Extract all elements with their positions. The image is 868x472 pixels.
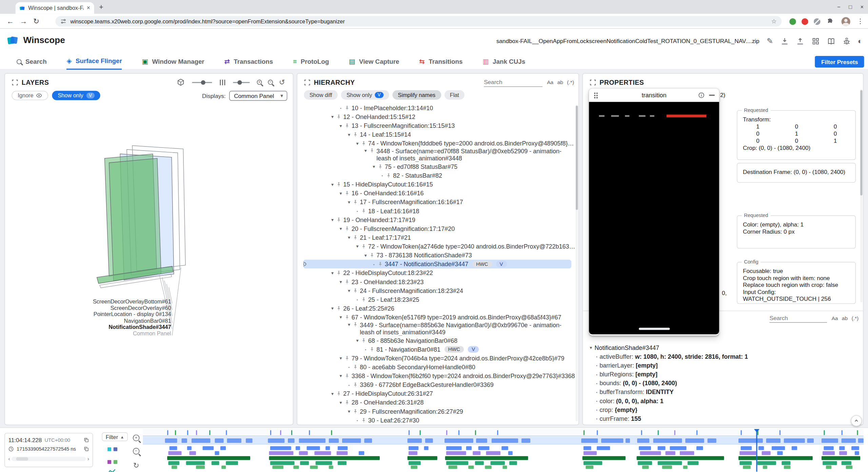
trace-segment[interactable] [858,438,864,443]
trace-segment[interactable] [342,438,361,443]
spacing-icon[interactable] [219,78,226,86]
trace-segment[interactable] [221,466,226,469]
pin-icon[interactable] [336,217,341,222]
tab-surface-flinger[interactable]: ◈Surface Flinger [67,53,122,70]
property-row[interactable]: •currFrame: 155 [594,414,859,423]
trace-segment[interactable] [409,446,418,450]
trace-segment[interactable] [300,461,309,465]
trace-segment[interactable] [680,451,694,455]
pin-icon[interactable] [361,208,366,214]
trace-segment[interactable] [823,461,837,465]
trace-segment[interactable] [739,451,756,455]
scroll-left-icon[interactable]: ‹ [8,456,10,461]
tree-node[interactable]: •80 - ace6abb SecondaryHomeHandle0#80 [298,362,576,371]
timeline-filter-button[interactable]: Filter ▲ [102,432,128,441]
expand-arrow-icon[interactable]: ▾ [337,191,344,196]
timeline-tracks-wrap[interactable] [143,429,864,472]
tree-node[interactable]: ▾22 - HideDisplayCutout:18:23#22 [298,269,576,277]
ignore-button[interactable]: Ignore [12,91,48,100]
trace-segment[interactable] [270,461,295,465]
wm-trace-toggle-icon[interactable] [107,456,118,466]
match-case-icon[interactable]: Aa [831,315,838,321]
regex-icon[interactable]: (.*) [567,79,574,85]
match-case-icon[interactable]: Aa [547,79,553,85]
trace-segment[interactable] [782,461,790,465]
trace-segment[interactable] [823,451,835,455]
trace-segment[interactable] [584,446,591,450]
window-maximize-icon[interactable]: □ [849,4,852,10]
tree-node[interactable]: •82 - StatusBar#82 [298,171,576,180]
trace-segment[interactable] [626,438,630,443]
upload-icon[interactable] [796,37,804,45]
trace-segment[interactable] [314,451,331,455]
trace-segment[interactable] [839,451,847,455]
expand-arrow-icon[interactable]: ▾ [337,279,344,284]
protolog-trace-toggle-icon[interactable] [107,469,116,472]
tree-node[interactable]: ▾16 - OneHanded:16:16#16 [298,189,576,198]
expand-arrow-icon[interactable]: ▾ [346,409,353,414]
extensions-puzzle-icon[interactable] [827,18,834,25]
trace-segment[interactable] [215,451,219,455]
trace-segment[interactable] [501,446,508,450]
pin-icon[interactable] [369,252,375,258]
trace-segment[interactable] [509,461,517,465]
trace-segment[interactable] [784,466,791,469]
properties-search[interactable] [770,313,827,323]
trace-segment[interactable] [165,438,177,443]
pin-icon[interactable] [369,347,375,352]
trace-segment[interactable] [685,438,704,443]
trace-segment[interactable] [822,456,860,460]
whole-word-icon[interactable]: ab [557,79,563,85]
tree-node[interactable]: ▾15 - HideDisplayCutout:16:16#15 [298,180,576,189]
tree-node[interactable]: •3447 - NotificationShade#3447HWCV [303,260,571,269]
layer-label[interactable]: PointerLocation - display 0#134 [5,311,171,318]
trace-segment[interactable] [172,466,177,469]
expand-arrow-icon[interactable]: ▾ [346,199,353,205]
expand-arrow-icon[interactable]: ▾ [346,288,353,293]
layer-label[interactable]: NotificationShade#3447 [5,324,171,331]
pin-icon[interactable] [377,261,383,267]
trace-segment[interactable] [445,456,528,460]
bookmark-star-icon[interactable]: ☆ [771,18,776,25]
properties-scrollbar[interactable] [860,89,863,302]
trace-segment[interactable] [364,438,372,443]
trace-segment[interactable] [763,466,767,469]
pin-icon[interactable] [344,373,350,378]
timeline-zoom-out-icon[interactable] [133,448,140,455]
trace-segment[interactable] [307,446,320,450]
trace-segment[interactable] [846,466,853,469]
trace-segment[interactable] [826,466,831,469]
trace-segment[interactable] [638,461,652,465]
tree-node[interactable]: ▾67 - WindowToken{e5176f9 type=2019 andr… [298,313,576,321]
trace-segment[interactable] [445,438,473,443]
tree-node[interactable]: ▾21 - Leaf:17:17#21 [298,233,576,242]
trace-segment[interactable] [310,466,318,469]
trace-segment[interactable] [762,451,771,455]
pin-icon[interactable] [353,364,358,370]
pin-icon[interactable] [353,199,358,205]
timeline-reset-zoom-icon[interactable]: ↻ [133,461,139,469]
expand-arrow-icon[interactable]: ▾ [346,235,353,240]
tree-node[interactable]: ▾24 - FullscreenMagnification:18:23#24 [298,286,576,295]
expand-arrow-icon[interactable]: ▾ [329,114,336,119]
hierarchy-scrollbar[interactable] [576,105,578,421]
trace-segment[interactable] [408,456,437,460]
trace-segment[interactable] [521,438,530,443]
tree-node[interactable]: •3369 - 67726bf EdgeBackGestureHandler0#… [298,380,576,389]
trace-segment[interactable] [639,446,651,450]
expand-arrow-icon[interactable]: ▾ [329,391,336,396]
expand-arrow-icon[interactable]: ▾ [346,322,353,327]
trace-segment[interactable] [842,461,851,465]
browser-tab[interactable]: Winscope | sandbox-FAIl × [16,2,94,14]
trace-segment[interactable] [409,461,421,465]
trace-segment[interactable] [168,451,181,455]
expand-arrow-icon[interactable]: ▾ [337,123,344,128]
tab-jank-cujs[interactable]: ▥Jank CUJs [482,53,525,70]
trace-segment[interactable] [316,461,332,465]
trace-segment[interactable] [855,451,859,455]
expand-arrow-icon[interactable]: ▾ [337,314,344,320]
hierarchy-button-simplify-names[interactable]: Simplify names [392,90,441,100]
property-row[interactable]: •crop: {empty} [594,405,859,414]
tree-node[interactable]: ▾20 - FullscreenMagnification:17:17#20 [298,224,576,233]
trace-segment[interactable] [658,461,682,465]
